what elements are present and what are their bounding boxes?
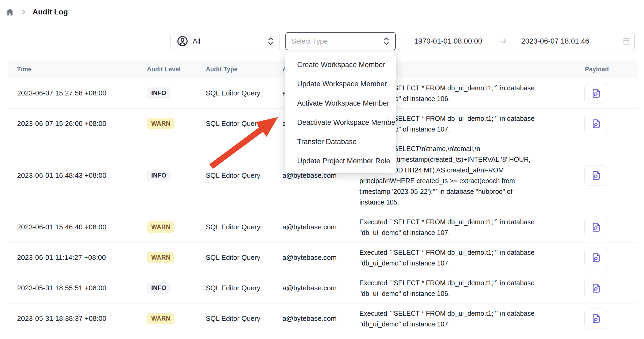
date-range-start: 1970-01-01 08:00:00 [414, 37, 482, 45]
payload-cell [572, 139, 638, 212]
actor-cell: a@bytebase.com [282, 303, 359, 334]
comment-cell: Executed `"SELECT * FROM db_ui_demo.t1;"… [359, 303, 572, 334]
file-search-icon [591, 88, 602, 99]
audit-level-badge: INFO [147, 170, 170, 181]
comment-cell: Executed `"SELECT * FROM db_ui_demo.t1;"… [359, 212, 572, 242]
type-menu-item[interactable]: Create Workspace Member [285, 55, 396, 74]
user-circle-icon [177, 35, 188, 47]
time-cell: 2023-06-01 16:48:43 +08:00 [8, 139, 147, 212]
type-menu: Create Workspace Member Update Workspace… [285, 52, 396, 173]
type-cell: SQL Editor Query [206, 242, 282, 273]
file-search-icon [591, 252, 602, 263]
payload-cell [572, 212, 638, 242]
level-cell: WARN [147, 109, 206, 139]
type-filter-select[interactable]: Select Type [285, 32, 396, 50]
type-menu-item[interactable]: Update Project Member Role [285, 151, 396, 171]
table-row: 2023-06-01 15:46:40 +08:00 WARN SQL Edit… [8, 212, 638, 242]
file-search-icon [591, 222, 602, 233]
date-range-end: 2023-06-07 18:01:46 [521, 37, 589, 45]
col-header-payload: Payload [572, 61, 638, 78]
type-cell: SQL Editor Query [206, 273, 282, 303]
arrow-right-icon [499, 37, 507, 45]
actor-cell: a@bytebase.com [282, 273, 359, 303]
view-payload-button[interactable] [584, 165, 608, 186]
time-cell: 2023-06-07 15:26:00 +08:00 [8, 109, 147, 139]
type-filter-placeholder: Select Type [292, 37, 328, 45]
payload-cell [572, 78, 638, 109]
audit-level-badge: WARN [147, 118, 174, 129]
payload-cell [572, 303, 638, 334]
level-cell: INFO [147, 78, 206, 109]
home-icon[interactable] [5, 7, 14, 17]
chevrons-up-down-icon [267, 37, 275, 46]
comment-cell: Executed `"SELECT * FROM db_ui_demo.t1;"… [359, 242, 572, 273]
actor-filter-value: All [193, 37, 200, 45]
time-cell: 2023-06-01 11:14:27 +08:00 [8, 242, 147, 273]
type-cell: SQL Editor Query [206, 212, 282, 242]
time-cell: 2023-06-07 15:27:58 +08:00 [8, 78, 147, 109]
audit-log-page: Audit Log All Select Type 1970-01-01 08:… [0, 0, 644, 339]
type-cell: SQL Editor Query [206, 109, 282, 139]
col-header-level: Audit Level [147, 61, 206, 78]
type-cell: SQL Editor Query [206, 139, 282, 212]
level-cell: WARN [147, 303, 206, 334]
level-cell: WARN [147, 212, 206, 242]
actor-filter-select[interactable]: All [170, 32, 280, 50]
actor-cell: a@bytebase.com [282, 242, 359, 273]
comment-cell: Executed `"SELECT * FROM db_ui_demo.t1;"… [359, 273, 572, 303]
time-cell: 2023-06-01 15:46:40 +08:00 [8, 212, 147, 242]
audit-level-badge: INFO [147, 282, 170, 294]
col-header-type: Audit Type [206, 61, 282, 78]
type-cell: SQL Editor Query [206, 303, 282, 334]
audit-level-badge: WARN [147, 252, 174, 263]
date-range-picker[interactable]: 1970-01-01 08:00:00 2023-06-07 18:01:46 [402, 32, 635, 50]
time-cell: 2023-05-31 18:55:51 +08:00 [8, 273, 147, 303]
view-payload-button[interactable] [584, 114, 608, 134]
breadcrumb: Audit Log [5, 6, 68, 18]
view-payload-button[interactable] [584, 278, 608, 298]
view-payload-button[interactable] [584, 248, 608, 268]
payload-cell [572, 242, 638, 273]
table-row: 2023-05-31 18:38:37 +08:00 WARN SQL Edit… [8, 303, 638, 334]
table-row: 2023-05-31 18:55:51 +08:00 INFO SQL Edit… [8, 273, 638, 303]
file-search-icon [591, 283, 602, 294]
type-menu-item[interactable]: Deactivate Workspace Member [285, 113, 396, 132]
actor-cell: a@bytebase.com [282, 212, 359, 242]
payload-cell [572, 273, 638, 303]
time-cell: 2023-05-31 18:38:37 +08:00 [8, 303, 147, 334]
calendar-icon [622, 37, 631, 45]
payload-cell [572, 109, 638, 139]
chevrons-up-down-icon [382, 37, 390, 46]
view-payload-button[interactable] [584, 217, 608, 237]
type-menu-item[interactable]: Transfer Database [285, 132, 396, 151]
audit-level-badge: WARN [147, 221, 174, 233]
level-cell: WARN [147, 242, 206, 273]
audit-level-badge: WARN [147, 313, 174, 324]
view-payload-button[interactable] [584, 309, 608, 329]
type-menu-item[interactable]: Activate Workspace Member [285, 94, 396, 113]
page-title: Audit Log [33, 8, 68, 16]
table-row: 2023-06-01 11:14:27 +08:00 WARN SQL Edit… [8, 242, 638, 273]
view-payload-button[interactable] [584, 83, 608, 103]
type-menu-item[interactable]: Update Workspace Member [285, 74, 396, 94]
type-cell: SQL Editor Query [206, 78, 282, 109]
chevron-right-icon [20, 9, 27, 15]
file-search-icon [591, 118, 602, 129]
file-search-icon [591, 170, 602, 181]
col-header-time: Time [8, 61, 147, 78]
audit-level-badge: INFO [147, 87, 170, 99]
file-search-icon [591, 313, 602, 324]
level-cell: INFO [147, 139, 206, 212]
level-cell: INFO [147, 273, 206, 303]
